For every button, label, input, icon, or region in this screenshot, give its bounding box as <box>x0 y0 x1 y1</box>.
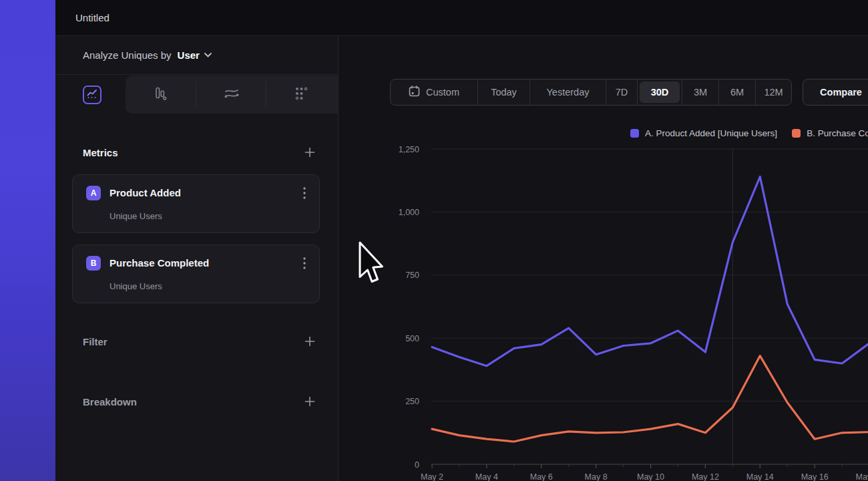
svg-text:May 14: May 14 <box>746 472 774 481</box>
analyze-row: Analyze Uniques by User <box>55 36 338 75</box>
svg-text:May 6: May 6 <box>530 472 553 481</box>
svg-text:250: 250 <box>405 397 419 406</box>
tab-divider <box>196 82 196 107</box>
report-title[interactable]: Untitled <box>75 0 110 36</box>
tab-line-chart[interactable] <box>83 86 101 104</box>
svg-text:May 12: May 12 <box>692 472 719 481</box>
svg-text:1,250: 1,250 <box>399 145 419 154</box>
flows-icon <box>224 86 240 104</box>
svg-text:May 2: May 2 <box>421 472 443 481</box>
svg-text:1,000: 1,000 <box>399 208 419 217</box>
svg-text:May 18: May 18 <box>856 472 868 481</box>
tab-grid[interactable] <box>293 87 309 103</box>
filter-section: Filter <box>83 332 320 351</box>
breakdown-label: Breakdown <box>83 396 137 408</box>
tab-divider <box>266 82 266 107</box>
top-header: Untitled <box>55 0 868 36</box>
svg-text:May 8: May 8 <box>585 472 608 481</box>
add-breakdown-button[interactable] <box>304 396 315 407</box>
query-sidebar: Analyze Uniques by User <box>55 36 339 481</box>
metrics-header: Metrics <box>83 143 320 162</box>
filter-label: Filter <box>83 336 107 347</box>
line-chart[interactable]: 02505007501,0001,250May 2May 4May 6May 8… <box>339 36 868 481</box>
metric-card-b[interactable]: B Purchase Completed Unique Users <box>72 245 320 303</box>
metric-title: Product Added <box>110 187 181 198</box>
metrics-label: Metrics <box>83 147 118 158</box>
kebab-menu-icon[interactable] <box>299 186 310 200</box>
bar-chart-icon <box>153 86 168 104</box>
metric-card-a[interactable]: A Product Added Unique Users <box>72 174 320 233</box>
app-window: Untitled Analyze Uniques by User <box>55 0 868 481</box>
line-chart-icon <box>86 88 98 102</box>
metric-badge-b: B <box>86 256 101 271</box>
chart-panel: Custom Today Yesterday 7D 30D 3M 6M 12M … <box>339 36 868 481</box>
breakdown-section: Breakdown <box>83 392 320 411</box>
chevron-down-icon[interactable] <box>204 53 212 57</box>
analyze-label: Analyze Uniques by <box>83 49 172 61</box>
metric-subtitle: Unique Users <box>110 211 162 221</box>
add-filter-button[interactable] <box>304 336 315 347</box>
svg-text:750: 750 <box>405 271 419 280</box>
tab-flows[interactable] <box>224 87 240 103</box>
accent-strip <box>0 0 55 481</box>
kebab-menu-icon[interactable] <box>299 256 310 271</box>
add-metric-button[interactable] <box>304 147 315 158</box>
svg-text:May 16: May 16 <box>801 472 829 481</box>
svg-text:500: 500 <box>405 334 419 343</box>
grid-dots-icon <box>294 86 308 104</box>
metric-title: Purchase Completed <box>110 257 209 269</box>
metric-badge-a: A <box>86 186 101 200</box>
svg-text:May 10: May 10 <box>637 472 664 481</box>
analyze-selector[interactable]: User <box>178 49 200 61</box>
metric-subtitle: Unique Users <box>110 281 162 291</box>
svg-text:May 4: May 4 <box>475 472 498 481</box>
tab-bar-chart[interactable] <box>152 87 168 103</box>
svg-text:0: 0 <box>415 460 419 470</box>
